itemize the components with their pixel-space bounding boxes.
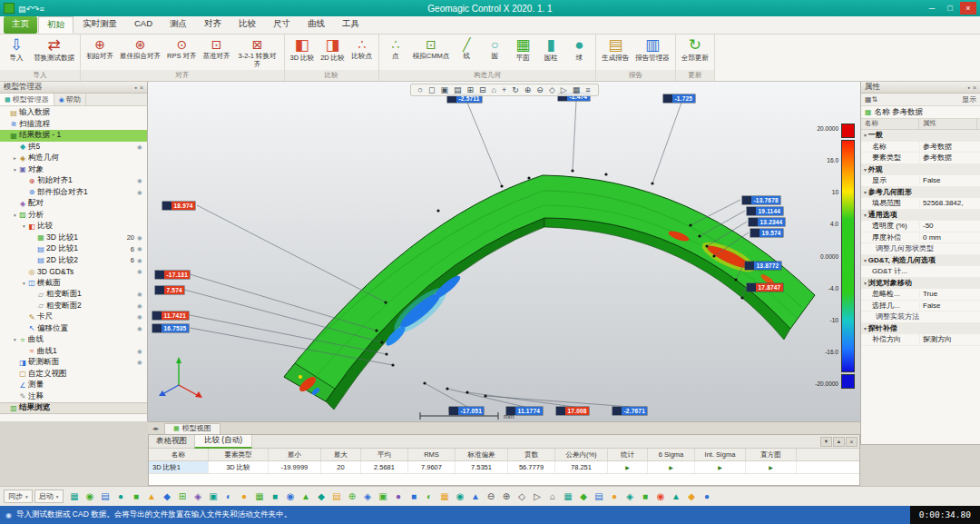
bottom-toolbar-icon[interactable]: ◈ [360,487,376,506]
property-row[interactable]: 忽略检... True [861,289,980,301]
property-row[interactable]: 要素类型 参考数据 [861,153,980,164]
deviation-tag[interactable]: 11.1774 [506,407,543,415]
bottom-toolbar-icon[interactable]: ◐ [422,487,437,506]
bottom-toolbar-icon[interactable]: ▦ [437,487,453,506]
property-row[interactable]: 显示 False [861,175,980,187]
property-row[interactable]: 选择几... False [861,301,980,312]
bottom-toolbar-icon[interactable]: ⊖ [484,487,499,506]
bottom-toolbar-icon[interactable]: ◉ [83,487,98,506]
tree-item[interactable]: ▾ ◧ 比较 [0,221,147,232]
visibility-eye-icon[interactable]: ◉ [137,257,144,264]
table-cell[interactable]: 56.7779 [508,461,555,473]
table-control-button[interactable]: ▴ [833,437,845,447]
quick-access-icon[interactable]: ↷ [33,5,40,14]
tree-item[interactable]: ▱ 粗变断面1 ◉ [0,289,147,301]
table-column-header[interactable]: RMS [408,449,456,460]
bottom-toolbar-icon[interactable]: ▦ [252,487,268,506]
viewport-tool-icon[interactable]: ▦ [573,85,581,94]
deviation-tag[interactable]: 18.974 [162,202,195,210]
tree-item[interactable]: ◆ 拱5 ◉ [0,142,147,153]
deviation-tag[interactable]: -17.131 [155,271,190,279]
bottom-toolbar-icon[interactable]: ● [113,487,129,506]
deviation-tag[interactable]: 11.7421 [152,311,189,320]
quick-access-icon[interactable]: ≡ [40,5,44,14]
table-cell[interactable]: 78.251 [555,461,608,473]
properties-toolbar-icon[interactable]: ⇅ [872,95,878,104]
table-cell[interactable]: 3D 比较 [209,461,269,473]
deviation-tag[interactable]: 19.574 [750,229,783,237]
table-view-tab[interactable]: 比较 (自动) [194,435,252,449]
bottom-toolbar-icon[interactable]: ■ [129,487,144,506]
bottom-toolbar-icon[interactable]: ⊞ [175,487,191,506]
bottom-toolbar-icon[interactable]: ▲ [669,487,684,506]
table-column-header[interactable]: 最小 [269,449,321,460]
property-value[interactable]: False [919,176,980,184]
panel-tab[interactable]: ▦ 模型管理器 [0,94,54,105]
visibility-eye-icon[interactable]: ◉ [137,313,144,321]
property-row[interactable]: 调整实装方法 [861,311,980,323]
ribbon-button[interactable]: ▥ 报告管理器 [632,35,672,69]
property-row[interactable]: GD&T, 构造几何选项 [861,255,980,267]
bottom-toolbar-icon[interactable]: ◉ [653,487,669,506]
tree-item[interactable]: ▾ ≈ 曲线 [0,334,147,346]
ribbon-button[interactable]: ▮ 圆柱 [537,35,564,69]
property-row[interactable]: 浏览对象移动 [861,278,980,290]
deviation-tag[interactable]: -17.051 [449,407,484,415]
bottom-toolbar-icon[interactable]: ◇ [514,487,530,506]
visibility-eye-icon[interactable]: ◉ [137,359,144,366]
property-value[interactable]: True [919,290,980,298]
bottom-toolbar-icon[interactable]: ▣ [376,487,391,506]
tree-item[interactable]: ▤ 输入数据 [0,107,147,119]
table-column-header[interactable]: 要素类型 [209,449,269,460]
ribbon-tab[interactable]: 测点 [162,16,195,34]
toolbar-dropdown[interactable]: 启动 ▾ [34,489,64,503]
ribbon-button[interactable]: ⊡ 基准对齐 [201,35,233,69]
bottom-toolbar-icon[interactable]: ◆ [160,487,175,506]
table-column-header[interactable]: 名称 [149,449,209,460]
visibility-eye-icon[interactable]: ◉ [137,302,144,310]
tree-item[interactable]: ◨ 硬测断面 ◉ [0,357,147,369]
viewport-tool-icon[interactable]: ▣ [440,85,448,94]
tree-item[interactable]: ▤ 2D 比较1 6 ◉ [0,243,147,255]
visibility-eye-icon[interactable]: ◉ [137,234,144,242]
property-value[interactable]: 0 mm [919,233,980,242]
bottom-toolbar-icon[interactable]: ◈ [191,487,206,506]
bottom-toolbar-icon[interactable]: ● [700,487,715,506]
tree-item[interactable]: ▾ ▣ 对象 [0,164,147,176]
window-control-button[interactable]: □ [942,2,958,15]
table-cell[interactable]: 7.5351 [456,461,508,473]
property-row[interactable]: 探针补偿 [861,323,980,335]
visibility-eye-icon[interactable]: ◉ [137,291,144,298]
ribbon-button[interactable]: ◧ 3D 比较 [288,35,318,69]
property-row[interactable]: 厚度补偿 0 mm [861,232,980,244]
tree-item[interactable]: ◎ 3D GD&Ts ◉ [0,266,147,278]
property-value[interactable]: 参考数据 [919,153,980,163]
viewport-tool-icon[interactable]: ◻ [428,85,435,94]
viewport-tool-icon[interactable]: ⊕ [524,85,532,94]
tree-item[interactable]: ✎ 注释 [0,391,147,403]
table-column-header[interactable]: 标准偏差 [456,449,508,460]
deviation-tag[interactable]: 17.008 [556,407,589,415]
ribbon-button[interactable]: ⇩ 导入 [3,35,30,69]
deviation-tag[interactable]: 13.8772 [745,262,781,270]
ribbon-tab[interactable]: 比较 [230,16,264,34]
viewport-tool-icon[interactable]: ⊟ [479,85,486,94]
visibility-eye-icon[interactable]: ◉ [137,143,144,151]
table-column-header[interactable]: 统计 [608,449,648,460]
property-row[interactable]: 名称 参考数据 [861,142,980,153]
bottom-toolbar-icon[interactable]: ■ [268,487,283,506]
ribbon-button[interactable]: ▤ 生成报告 [599,35,632,69]
viewport-canvas[interactable]: 5000 mm [148,82,860,421]
property-value[interactable]: -50 [919,222,980,230]
table-column-header[interactable]: 平均 [361,449,408,460]
tree-item[interactable]: ▦ 3D 比较1 20 ◉ [0,232,147,244]
bottom-toolbar-icon[interactable]: ◈ [622,487,638,506]
property-row[interactable]: 一般 [861,130,980,142]
bottom-toolbar-icon[interactable]: ▦ [67,487,83,506]
quick-access-icon[interactable]: ▤ [18,5,26,14]
table-column-header[interactable]: 6 Sigma [648,449,695,460]
bottom-toolbar-icon[interactable]: ▲ [468,487,484,506]
table-control-button[interactable]: ▾ [820,437,832,447]
tree-expand-icon[interactable]: ▾ [21,281,27,286]
ribbon-button[interactable]: ⊛ 最佳拟合对齐 [117,35,163,69]
